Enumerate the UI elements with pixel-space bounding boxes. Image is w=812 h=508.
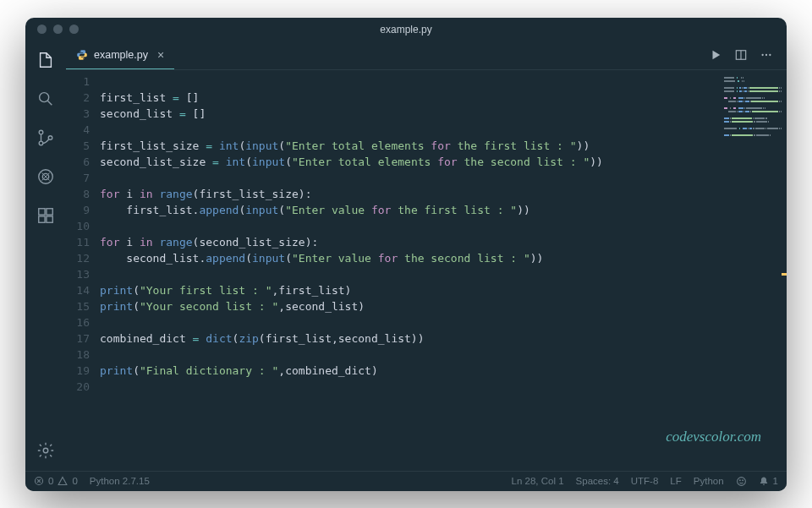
source-control-icon[interactable]	[36, 128, 56, 148]
debug-icon[interactable]	[36, 167, 56, 187]
status-eol[interactable]: LF	[670, 476, 681, 486]
svg-point-15	[765, 54, 767, 56]
svg-point-16	[769, 54, 771, 56]
tab-filename: example.py	[94, 49, 148, 61]
editor-area: 1234567891011121314151617181920 first_li…	[66, 70, 787, 471]
error-count: 0	[48, 476, 53, 486]
titlebar: example.py	[25, 18, 787, 41]
split-editor-icon[interactable]	[734, 48, 748, 62]
close-tab-icon[interactable]: ×	[157, 48, 164, 62]
extensions-icon[interactable]	[36, 205, 56, 226]
svg-point-12	[83, 57, 84, 58]
settings-gear-icon[interactable]	[36, 440, 56, 461]
status-problems[interactable]: 0 0	[34, 476, 78, 486]
editor-main: example.py × 123456789101112131415161718…	[66, 41, 787, 471]
warning-count: 0	[72, 476, 77, 486]
run-icon[interactable]	[709, 48, 722, 62]
svg-rect-7	[47, 208, 52, 214]
svg-point-3	[48, 135, 52, 139]
tab-example-py[interactable]: example.py ×	[66, 41, 174, 69]
tab-bar: example.py ×	[66, 41, 787, 70]
notification-count: 1	[773, 476, 778, 486]
svg-point-10	[43, 448, 48, 453]
status-encoding[interactable]: UTF-8	[631, 476, 659, 486]
status-language-version[interactable]: Python 2.7.15	[90, 476, 150, 486]
svg-point-2	[39, 141, 43, 145]
search-icon[interactable]	[36, 89, 56, 109]
body: example.py × 123456789101112131415161718…	[25, 41, 787, 471]
status-spaces[interactable]: Spaces: 4	[576, 476, 619, 486]
svg-point-11	[80, 51, 81, 52]
editor[interactable]: 1234567891011121314151617181920 first_li…	[66, 70, 719, 471]
error-icon	[34, 476, 44, 486]
svg-point-19	[739, 479, 740, 480]
minimap[interactable]	[719, 70, 787, 471]
svg-point-18	[737, 477, 745, 485]
svg-point-0	[40, 92, 49, 101]
watermark: codevscolor.com	[666, 429, 761, 445]
line-numbers: 1234567891011121314151617181920	[66, 74, 100, 471]
status-language[interactable]: Python	[694, 476, 724, 486]
overview-ruler-marker	[782, 273, 787, 276]
svg-point-20	[742, 479, 743, 480]
status-notifications[interactable]: 1	[759, 476, 778, 486]
editor-window: example.py	[25, 18, 787, 491]
svg-rect-8	[39, 216, 45, 221]
bell-icon	[759, 476, 769, 486]
status-bar: 0 0 Python 2.7.15 Ln 28, Col 1 Spaces: 4…	[25, 471, 787, 491]
python-file-icon	[76, 49, 88, 61]
status-feedback-icon[interactable]	[736, 476, 747, 487]
warning-icon	[58, 476, 68, 486]
code-content[interactable]: first_list = []second_list = [] first_li…	[100, 74, 719, 471]
more-actions-icon[interactable]	[760, 48, 773, 62]
svg-point-14	[761, 54, 763, 56]
status-cursor[interactable]: Ln 28, Col 1	[512, 476, 564, 486]
activity-bar	[25, 41, 66, 471]
svg-rect-9	[47, 216, 52, 221]
tab-actions	[709, 41, 780, 69]
window-title: example.py	[25, 24, 787, 36]
explorer-icon[interactable]	[36, 50, 56, 70]
svg-point-1	[39, 130, 43, 134]
svg-rect-6	[39, 208, 45, 214]
